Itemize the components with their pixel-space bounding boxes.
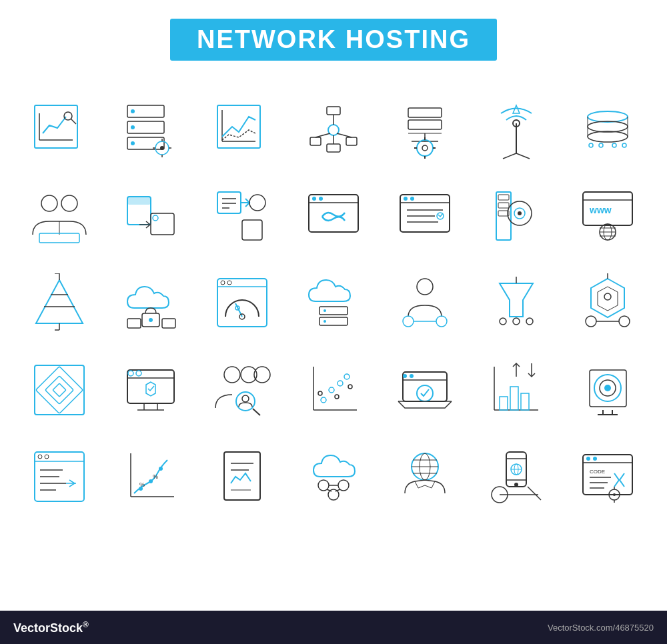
svg-marker-141 bbox=[146, 382, 155, 396]
svg-rect-172 bbox=[521, 393, 529, 410]
svg-rect-138 bbox=[53, 383, 66, 397]
svg-line-42 bbox=[516, 153, 530, 159]
svg-rect-23 bbox=[346, 137, 357, 145]
svg-point-130 bbox=[604, 293, 611, 300]
svg-point-54 bbox=[41, 195, 57, 211]
svg-rect-63 bbox=[217, 192, 241, 213]
icon-network-nodes bbox=[287, 87, 379, 173]
icon-speedometer bbox=[196, 260, 287, 347]
svg-line-26 bbox=[315, 133, 330, 137]
svg-rect-139 bbox=[127, 370, 174, 403]
svg-marker-128 bbox=[591, 279, 624, 317]
icon-pyramid bbox=[13, 260, 105, 347]
svg-rect-83 bbox=[498, 195, 509, 200]
svg-marker-44 bbox=[513, 105, 520, 113]
footer-brand: VectorStock® bbox=[13, 620, 89, 635]
icon-hands-globe bbox=[380, 433, 471, 520]
svg-point-105 bbox=[149, 318, 153, 322]
svg-point-156 bbox=[329, 387, 334, 393]
svg-point-73 bbox=[319, 197, 323, 201]
svg-point-8 bbox=[131, 125, 135, 129]
icon-server-settings bbox=[105, 87, 196, 173]
svg-point-6 bbox=[131, 109, 135, 113]
svg-point-219 bbox=[514, 483, 518, 487]
svg-rect-106 bbox=[127, 319, 141, 328]
svg-point-147 bbox=[224, 367, 240, 383]
svg-point-120 bbox=[403, 316, 414, 327]
svg-rect-57 bbox=[39, 233, 79, 243]
svg-point-10 bbox=[131, 141, 135, 145]
svg-point-47 bbox=[588, 131, 628, 142]
svg-point-46 bbox=[588, 121, 628, 132]
svg-point-35 bbox=[422, 145, 428, 151]
icon-scatter-chart bbox=[287, 347, 379, 433]
svg-point-151 bbox=[242, 395, 249, 402]
svg-rect-170 bbox=[500, 397, 508, 410]
svg-point-72 bbox=[312, 197, 316, 201]
svg-point-133 bbox=[586, 316, 596, 327]
svg-point-127 bbox=[526, 318, 533, 325]
svg-text:%: % bbox=[139, 481, 145, 488]
svg-rect-60 bbox=[151, 213, 174, 235]
svg-rect-223 bbox=[583, 455, 632, 495]
icon-mobile-globe bbox=[471, 433, 562, 520]
svg-rect-24 bbox=[327, 144, 340, 152]
svg-text:www: www bbox=[589, 205, 612, 215]
footer-url: VectorStock.com/46875520 bbox=[548, 623, 654, 633]
svg-point-165 bbox=[410, 374, 414, 378]
icon-funnel-data bbox=[471, 260, 562, 347]
svg-point-232 bbox=[613, 493, 616, 496]
svg-rect-0 bbox=[35, 105, 77, 148]
svg-point-62 bbox=[153, 215, 158, 221]
svg-point-51 bbox=[599, 143, 603, 147]
svg-point-88 bbox=[518, 211, 522, 215]
icons-grid: www bbox=[13, 87, 654, 520]
svg-point-55 bbox=[61, 195, 77, 211]
svg-point-68 bbox=[249, 195, 265, 211]
svg-line-152 bbox=[253, 409, 260, 415]
icon-user-search bbox=[196, 347, 287, 433]
svg-rect-136 bbox=[35, 367, 83, 414]
svg-point-226 bbox=[593, 457, 597, 461]
svg-point-111 bbox=[227, 281, 231, 285]
svg-point-12 bbox=[160, 146, 164, 150]
svg-rect-135 bbox=[35, 365, 84, 415]
footer: VectorStock® VectorStock.com/46875520 bbox=[0, 611, 667, 644]
svg-rect-198 bbox=[224, 452, 260, 500]
icon-document-chart bbox=[196, 433, 287, 520]
svg-point-157 bbox=[338, 381, 343, 386]
svg-rect-22 bbox=[310, 137, 321, 145]
svg-point-225 bbox=[586, 457, 590, 461]
svg-point-150 bbox=[236, 392, 255, 411]
svg-point-160 bbox=[344, 374, 350, 379]
svg-point-34 bbox=[417, 140, 433, 156]
icon-user-network bbox=[380, 260, 471, 347]
icon-server-gear bbox=[380, 87, 471, 173]
svg-rect-70 bbox=[309, 195, 358, 232]
svg-text:%: % bbox=[153, 473, 158, 480]
icon-code-list bbox=[13, 433, 105, 520]
footer-trademark: ® bbox=[83, 620, 89, 629]
svg-point-185 bbox=[45, 455, 49, 459]
svg-point-155 bbox=[321, 397, 326, 403]
icon-wifi-tower bbox=[471, 87, 562, 173]
svg-marker-97 bbox=[36, 280, 83, 323]
footer-brand-name: VectorStock bbox=[13, 621, 83, 635]
icon-bar-chart-arrows bbox=[471, 347, 562, 433]
icon-growth-chart: % % bbox=[105, 433, 196, 520]
svg-point-118 bbox=[323, 320, 326, 323]
svg-point-50 bbox=[589, 143, 593, 147]
svg-rect-30 bbox=[408, 120, 442, 129]
icon-laptop-check bbox=[380, 347, 471, 433]
svg-point-184 bbox=[38, 455, 42, 459]
icon-browser-infinity bbox=[287, 173, 379, 260]
svg-rect-29 bbox=[408, 108, 442, 117]
icon-line-graph bbox=[196, 87, 287, 173]
svg-rect-171 bbox=[510, 387, 518, 410]
svg-rect-69 bbox=[242, 220, 262, 240]
icon-team-users bbox=[13, 173, 105, 260]
icon-server-panel bbox=[471, 173, 562, 260]
svg-rect-162 bbox=[403, 372, 447, 401]
svg-point-110 bbox=[221, 281, 225, 285]
svg-point-164 bbox=[403, 374, 407, 378]
